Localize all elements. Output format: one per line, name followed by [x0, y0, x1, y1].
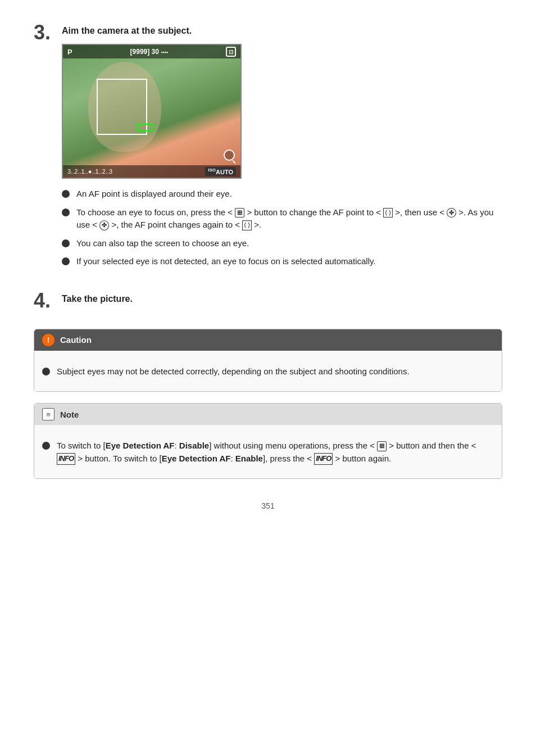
note-bold-3: Eye Detection AF [162, 454, 231, 463]
bracket-icon-1: ⟨ ⟩ [383, 208, 393, 218]
note-title: Note [60, 410, 79, 419]
bullet-dot-1 [62, 190, 70, 198]
step-4: 4. Take the picture. [34, 291, 502, 312]
multicontrol-icon-2: ✤ [99, 220, 109, 230]
note-bold-4: Enable [235, 454, 263, 463]
step-4-number: 4. [34, 291, 56, 311]
vf-face-box [97, 79, 147, 135]
vf-mode: P [67, 48, 72, 56]
caution-body: Subject eyes may not be detected correct… [34, 351, 502, 392]
bullet-dot-3 [62, 239, 70, 247]
bullet-3-text: You can also tap the screen to choose an… [76, 237, 249, 250]
step-4-title: Take the picture. [62, 291, 502, 304]
vf-iso: ISOAUTO [205, 167, 236, 176]
caution-icon: ! [42, 334, 54, 346]
bracket-icon-2: ⟨ ⟩ [242, 220, 252, 230]
vf-top-bar: P [9999] 30 ▪▪▪▪ ⊡ [63, 45, 240, 58]
multicontrol-icon-1: ✤ [447, 208, 456, 218]
bullet-2-text: To choose an eye to focus on, press the … [76, 206, 502, 232]
vf-exposure: 3..2..1..●..1..2..3 [67, 168, 112, 175]
page-number: 351 [34, 501, 502, 510]
note-bold-1: Eye Detection AF [106, 441, 175, 450]
note-af-btn: ⊞ [377, 441, 387, 451]
bullet-3: You can also tap the screen to choose an… [62, 237, 502, 250]
step-3-bullets: An AF point is displayed around their ey… [62, 188, 502, 268]
bullet-dot-2 [62, 209, 70, 216]
caution-bullet-dot [42, 368, 50, 375]
caution-text: Subject eyes may not be detected correct… [57, 365, 410, 378]
note-bold-2: Disable [179, 441, 209, 450]
bullet-4-text: If your selected eye is not detected, an… [76, 255, 376, 268]
af-button-icon: ⊞ [235, 208, 244, 218]
caution-title: Caution [60, 335, 92, 345]
step-3: 3. Aim the camera at the subject. P [999… [34, 22, 502, 274]
vf-eye-box [137, 124, 154, 132]
step-3-title: Aim the camera at the subject. [62, 22, 502, 36]
vf-shots: [9999] 30 ▪▪▪▪ [130, 48, 168, 56]
note-info-btn-1: INFO [57, 453, 75, 464]
step-3-number: 3. [34, 22, 56, 43]
bullet-1: An AF point is displayed around their ey… [62, 188, 502, 201]
camera-viewfinder: P [9999] 30 ▪▪▪▪ ⊡ 3..2..1..●..1..2..3 I… [62, 44, 242, 179]
step-3-content: Aim the camera at the subject. P [9999] … [62, 22, 502, 274]
bullet-dot-4 [62, 257, 70, 265]
note-bullet-1: To switch to [Eye Detection AF: Disable]… [42, 440, 494, 465]
page-number-text: 351 [261, 501, 274, 510]
vf-search-icon [224, 150, 235, 161]
caution-bullet-list: Subject eyes may not be detected correct… [42, 365, 494, 378]
note-body: To switch to [Eye Detection AF: Disable]… [34, 425, 502, 478]
vf-camera-icon: ⊡ [226, 47, 236, 57]
note-header: Note [34, 404, 502, 425]
caution-header: ! Caution [34, 329, 502, 351]
bullet-4: If your selected eye is not detected, an… [62, 255, 502, 268]
bullet-1-text: An AF point is displayed around their ey… [76, 188, 232, 201]
note-text: To switch to [Eye Detection AF: Disable]… [57, 440, 494, 465]
caution-box: ! Caution Subject eyes may not be detect… [34, 329, 502, 392]
note-box: Note To switch to [Eye Detection AF: Dis… [34, 403, 502, 479]
note-info-btn-2: INFO [314, 453, 333, 464]
vf-bottom-bar: 3..2..1..●..1..2..3 ISOAUTO [63, 165, 240, 178]
note-bullet-dot [42, 442, 50, 450]
note-icon [42, 408, 54, 420]
bullet-2: To choose an eye to focus on, press the … [62, 206, 502, 232]
note-bullet-list: To switch to [Eye Detection AF: Disable]… [42, 440, 494, 465]
caution-bullet-1: Subject eyes may not be detected correct… [42, 365, 494, 378]
step-4-content: Take the picture. [62, 291, 502, 312]
